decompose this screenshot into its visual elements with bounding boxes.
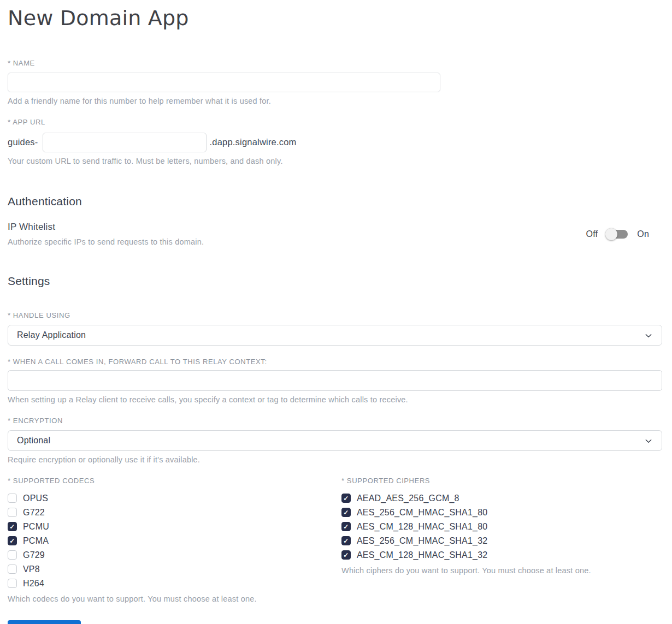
codec-option-h264[interactable]: H264	[8, 577, 341, 591]
checkbox-unchecked-icon[interactable]	[8, 579, 17, 588]
ip-whitelist-help: Authorize specific IPs to send requests …	[8, 237, 204, 247]
app-url-input[interactable]	[43, 133, 207, 152]
app-url-help: Your custom URL to send traffic to. Must…	[8, 156, 662, 166]
cipher-option-label: AES_256_CM_HMAC_SHA1_32	[357, 536, 487, 546]
app-url-prefix: guides-	[8, 137, 38, 147]
cipher-option-label: AES_CM_128_HMAC_SHA1_80	[357, 522, 487, 532]
handle-using-select[interactable]: Relay Application	[8, 325, 662, 346]
codecs-help: Which codecs do you want to support. You…	[8, 594, 341, 604]
codec-option-g729[interactable]: G729	[8, 548, 341, 562]
supported-codecs-group: * SUPPORTED CODECS OPUSG722✓PCMU✓PCMAG72…	[8, 477, 341, 604]
name-label: * NAME	[8, 59, 662, 67]
app-url-suffix: .dapp.signalwire.com	[210, 137, 297, 147]
handle-using-value: Relay Application	[17, 330, 86, 340]
checkbox-unchecked-icon[interactable]	[8, 564, 17, 574]
relay-context-label: * WHEN A CALL COMES IN, FORWARD CALL TO …	[8, 358, 662, 366]
app-url-label: * APP URL	[8, 118, 662, 126]
cipher-option-aes_cm_128_hmac_sha1_80[interactable]: ✓AES_CM_128_HMAC_SHA1_80	[341, 520, 662, 534]
checkbox-checked-icon[interactable]: ✓	[8, 536, 17, 545]
app-url-field-group: * APP URL guides- .dapp.signalwire.com Y…	[8, 118, 662, 166]
codec-option-label: PCMU	[23, 522, 49, 532]
chevron-down-icon	[644, 331, 653, 340]
relay-context-help: When setting up a Relay client to receiv…	[8, 395, 662, 405]
codec-option-label: G729	[23, 550, 45, 560]
handle-using-label: * HANDLE USING	[8, 311, 662, 319]
encryption-group: * ENCRYPTION Optional Require encryption…	[8, 417, 662, 465]
checkbox-unchecked-icon[interactable]	[8, 494, 17, 503]
cipher-option-label: AES_256_CM_HMAC_SHA1_80	[357, 508, 487, 518]
supported-codecs-label: * SUPPORTED CODECS	[8, 477, 341, 485]
cipher-option-label: AEAD_AES_256_GCM_8	[357, 494, 459, 503]
checkbox-checked-icon[interactable]: ✓	[341, 522, 351, 531]
ciphers-help: Which ciphers do you want to support. Yo…	[341, 566, 662, 575]
settings-heading: Settings	[8, 274, 662, 288]
cipher-option-aes_256_cm_hmac_sha1_32[interactable]: ✓AES_256_CM_HMAC_SHA1_32	[341, 534, 662, 548]
cipher-option-aes_cm_128_hmac_sha1_32[interactable]: ✓AES_CM_128_HMAC_SHA1_32	[341, 548, 662, 562]
codec-option-g722[interactable]: G722	[8, 506, 341, 520]
codec-option-label: H264	[23, 579, 44, 589]
ip-whitelist-toggle-group: Off On	[586, 228, 649, 241]
codec-option-vp8[interactable]: VP8	[8, 562, 341, 577]
encryption-select[interactable]: Optional	[8, 430, 662, 451]
toggle-off-label: Off	[586, 229, 598, 239]
relay-context-input[interactable]	[8, 370, 662, 391]
codec-option-label: OPUS	[23, 494, 48, 503]
save-button[interactable]: Save	[8, 620, 81, 624]
ip-whitelist-text: IP Whitelist Authorize specific IPs to s…	[8, 222, 204, 247]
ip-whitelist-row: IP Whitelist Authorize specific IPs to s…	[8, 222, 662, 247]
checkbox-checked-icon[interactable]: ✓	[341, 508, 351, 517]
checkbox-unchecked-icon[interactable]	[8, 550, 17, 560]
name-input[interactable]	[8, 73, 440, 92]
checkbox-checked-icon[interactable]: ✓	[341, 550, 351, 560]
encryption-label: * ENCRYPTION	[8, 417, 662, 425]
cipher-option-aes_256_cm_hmac_sha1_80[interactable]: ✓AES_256_CM_HMAC_SHA1_80	[341, 506, 662, 520]
codecs-ciphers-columns: * SUPPORTED CODECS OPUSG722✓PCMU✓PCMAG72…	[8, 477, 662, 604]
checkbox-unchecked-icon[interactable]	[8, 508, 17, 517]
ip-whitelist-toggle[interactable]	[605, 228, 629, 241]
cipher-option-label: AES_CM_128_HMAC_SHA1_32	[357, 550, 487, 560]
codec-option-label: G722	[23, 508, 45, 518]
toggle-on-label: On	[637, 229, 649, 239]
encryption-value: Optional	[17, 436, 50, 445]
authentication-heading: Authentication	[8, 194, 662, 209]
checkbox-checked-icon[interactable]: ✓	[8, 522, 17, 531]
ip-whitelist-label: IP Whitelist	[8, 222, 204, 233]
app-url-row: guides- .dapp.signalwire.com	[8, 133, 662, 152]
checkbox-checked-icon[interactable]: ✓	[341, 494, 351, 503]
name-field-group: * NAME Add a friendly name for this numb…	[8, 59, 662, 106]
name-help: Add a friendly name for this number to h…	[8, 96, 662, 106]
new-domain-app-form: New Domain App * NAME Add a friendly nam…	[0, 0, 672, 624]
handle-using-group: * HANDLE USING Relay Application	[8, 311, 662, 346]
codec-option-pcma[interactable]: ✓PCMA	[8, 534, 341, 548]
supported-ciphers-label: * SUPPORTED CIPHERS	[341, 477, 662, 485]
checkbox-checked-icon[interactable]: ✓	[341, 536, 351, 545]
codec-option-opus[interactable]: OPUS	[8, 491, 341, 506]
codec-option-pcmu[interactable]: ✓PCMU	[8, 520, 341, 534]
codecs-checkbox-list: OPUSG722✓PCMU✓PCMAG729VP8H264	[8, 491, 341, 591]
relay-context-group: * WHEN A CALL COMES IN, FORWARD CALL TO …	[8, 358, 662, 405]
cipher-option-aead_aes_256_gcm_8[interactable]: ✓AEAD_AES_256_GCM_8	[341, 491, 662, 506]
supported-ciphers-group: * SUPPORTED CIPHERS ✓AEAD_AES_256_GCM_8✓…	[341, 477, 662, 604]
chevron-down-icon	[644, 437, 653, 445]
codec-option-label: VP8	[23, 564, 40, 574]
page-title: New Domain App	[8, 5, 662, 32]
encryption-help: Require encryption or optionally use it …	[8, 455, 662, 465]
codec-option-label: PCMA	[23, 536, 49, 546]
ciphers-checkbox-list: ✓AEAD_AES_256_GCM_8✓AES_256_CM_HMAC_SHA1…	[341, 491, 662, 562]
toggle-thumb-icon	[605, 228, 617, 240]
